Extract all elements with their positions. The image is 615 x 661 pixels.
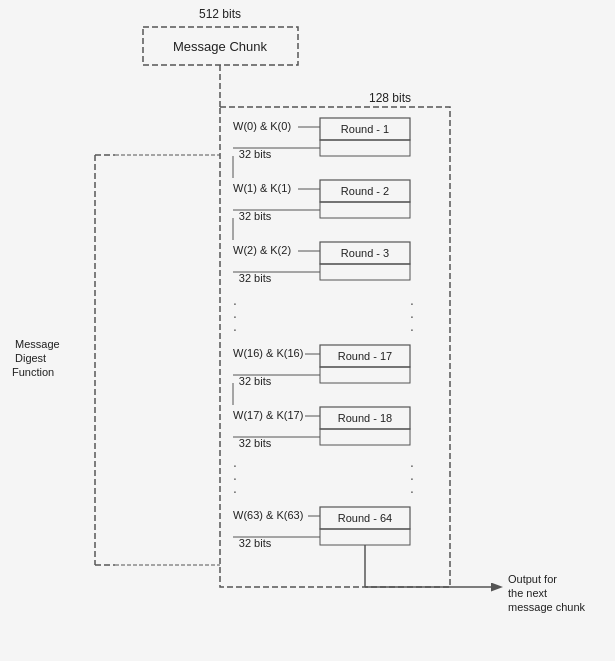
round1-label: Round - 1 (341, 123, 389, 135)
dots-3: . (233, 318, 237, 334)
mdf-label-2: Digest (15, 352, 46, 364)
w1k1-label: W(1) & K(1) (233, 182, 291, 194)
mdf-label-1: Message (15, 338, 60, 350)
round18-label: Round - 18 (338, 412, 392, 424)
diagram-container: 512 bits Message Chunk 128 bits W(0) & K… (0, 0, 615, 661)
bits-128-label: 128 bits (369, 91, 411, 105)
w63k63-label: W(63) & K(63) (233, 509, 303, 521)
round2-output-box (320, 202, 410, 218)
round3-output-box (320, 264, 410, 280)
output-label-line3: message chunk (508, 601, 586, 613)
dots-r3: . (410, 318, 414, 334)
dots2-3: . (233, 480, 237, 496)
bits32-64-label: 32 bits (239, 537, 272, 549)
round17-output-box (320, 367, 410, 383)
round64-output-box (320, 529, 410, 545)
round17-label: Round - 17 (338, 350, 392, 362)
round64-label: Round - 64 (338, 512, 392, 524)
w2k2-label: W(2) & K(2) (233, 244, 291, 256)
output-label-line1: Output for (508, 573, 557, 585)
bits32-2-label: 32 bits (239, 210, 272, 222)
message-chunk-label: Message Chunk (173, 39, 267, 54)
output-label-line2: the next (508, 587, 547, 599)
bits32-17-label: 32 bits (239, 375, 272, 387)
bits-512-label: 512 bits (199, 7, 241, 21)
bits32-18-label: 32 bits (239, 437, 272, 449)
round1-output-box (320, 140, 410, 156)
w16k16-label: W(16) & K(16) (233, 347, 303, 359)
round3-label: Round - 3 (341, 247, 389, 259)
round2-label: Round - 2 (341, 185, 389, 197)
dots2-r3: . (410, 480, 414, 496)
w0k0-label: W(0) & K(0) (233, 120, 291, 132)
bits32-1-label: 32 bits (239, 148, 272, 160)
w17k17-label: W(17) & K(17) (233, 409, 303, 421)
mdf-label-3: Function (12, 366, 54, 378)
round18-output-box (320, 429, 410, 445)
bits32-3-label: 32 bits (239, 272, 272, 284)
